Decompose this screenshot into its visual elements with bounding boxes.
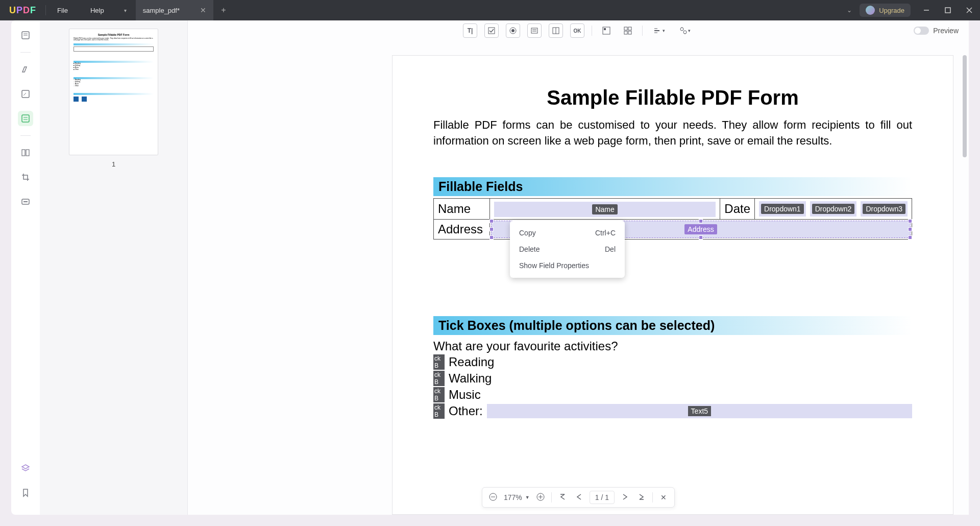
checkbox-badge[interactable]: ck B — [433, 403, 445, 419]
option-label: Other: — [449, 404, 483, 418]
tab-list-dropdown[interactable]: ▾ — [115, 8, 136, 13]
page-thumbnail[interactable]: Sample Fillable PDF Form Fillable PDF fo… — [69, 29, 158, 155]
rail-crop-icon[interactable] — [18, 170, 33, 185]
maximize-button[interactable] — [937, 0, 959, 20]
thumbnail-page-number: 1 — [48, 160, 179, 168]
resize-handle[interactable] — [908, 227, 912, 231]
rail-form-icon[interactable] — [18, 111, 33, 126]
svg-rect-18 — [531, 28, 537, 33]
add-tab-button[interactable]: + — [213, 6, 234, 15]
date-label: Date — [720, 198, 755, 219]
tool-settings[interactable]: ▾ — [675, 23, 694, 38]
minimize-button[interactable] — [916, 0, 937, 20]
maximize-icon — [945, 7, 951, 13]
rail-edit-icon[interactable] — [18, 86, 33, 102]
name-text-field[interactable]: Name — [494, 202, 716, 217]
last-page-button[interactable] — [636, 493, 647, 502]
rail-redact-icon[interactable] — [18, 194, 33, 209]
resize-handle[interactable] — [908, 219, 912, 223]
document-tab[interactable]: sample_pdf* ✕ — [136, 0, 213, 20]
next-page-button[interactable] — [620, 493, 631, 502]
left-rail — [11, 20, 40, 515]
tool-align[interactable]: ▾ — [650, 23, 668, 38]
rail-highlight-icon[interactable] — [18, 62, 33, 77]
upgrade-button[interactable]: Upgrade — [860, 4, 911, 17]
ctx-delete[interactable]: Delete Del — [510, 241, 625, 257]
rail-read-icon[interactable] — [18, 28, 33, 43]
tool-image-field[interactable] — [599, 23, 614, 38]
resize-handle[interactable] — [489, 219, 494, 223]
section-tick-boxes: Tick Boxes (multiple options can be sele… — [433, 316, 912, 335]
minimize-icon — [923, 7, 929, 13]
close-tab-icon[interactable]: ✕ — [200, 6, 206, 14]
close-window-button[interactable] — [959, 0, 980, 20]
page-title: Sample Fillable PDF Form — [433, 86, 912, 109]
pdf-page[interactable]: Sample Fillable PDF Form Fillable PDF fo… — [392, 55, 953, 515]
date-dropdown-3[interactable]: Dropdown3 — [861, 201, 908, 217]
fields-table: Name Name Date Dropdown1 Dropdown2 Dropd… — [433, 198, 912, 240]
name-label: Name — [434, 198, 490, 219]
context-menu: Copy Ctrl+C Delete Del Show Field Proper… — [510, 221, 625, 278]
toolbar-separator — [642, 26, 643, 36]
app-body: Sample Fillable PDF Form Fillable PDF fo… — [11, 20, 969, 515]
tool-dropdown[interactable] — [527, 23, 542, 38]
vertical-scrollbar[interactable] — [963, 55, 967, 157]
ctx-copy[interactable]: Copy Ctrl+C — [510, 225, 625, 241]
option-row: ck B Other: Text5 — [433, 403, 912, 419]
resize-handle[interactable] — [699, 235, 703, 240]
tool-checkbox[interactable] — [484, 23, 499, 38]
app-logo: UPDF — [0, 5, 45, 16]
nav-separator — [652, 492, 653, 503]
upgrade-label: Upgrade — [879, 7, 904, 14]
menu-file[interactable]: File — [46, 7, 79, 14]
date-dropdown-1[interactable]: Dropdown1 — [759, 201, 806, 217]
option-label: Reading — [449, 355, 494, 369]
rail-bookmark-icon[interactable] — [18, 485, 33, 500]
first-page-button[interactable] — [557, 493, 568, 502]
close-nav-button[interactable]: ✕ — [658, 493, 669, 501]
svg-rect-8 — [22, 115, 29, 122]
tool-grid[interactable] — [621, 23, 635, 38]
zoom-out-button[interactable] — [487, 493, 499, 503]
field-tag: Name — [592, 204, 617, 214]
toolbar-separator — [592, 26, 592, 36]
tool-button[interactable]: OK — [570, 23, 584, 38]
rail-layers-icon[interactable] — [18, 461, 33, 476]
tool-textfield[interactable]: T| — [463, 23, 477, 38]
svg-rect-25 — [624, 27, 627, 30]
zoom-in-button[interactable] — [535, 493, 546, 503]
rail-separator — [20, 135, 31, 136]
tab-title: sample_pdf* — [143, 7, 180, 14]
resize-handle[interactable] — [489, 235, 494, 240]
tool-listbox[interactable] — [549, 23, 563, 38]
option-label: Walking — [449, 371, 492, 386]
resize-handle[interactable] — [489, 227, 494, 231]
other-text-field[interactable]: Text5 — [487, 404, 912, 418]
zoom-level[interactable]: 177%▼ — [504, 493, 530, 501]
ctx-show-properties[interactable]: Show Field Properties — [510, 257, 625, 274]
avatar-icon — [866, 6, 875, 15]
resize-handle[interactable] — [699, 219, 703, 223]
prev-page-button[interactable] — [573, 493, 584, 502]
checkbox-badge[interactable]: ck B — [433, 371, 445, 386]
svg-rect-11 — [22, 150, 25, 156]
menu-help[interactable]: Help — [79, 7, 115, 14]
svg-point-17 — [511, 29, 514, 32]
rail-organize-icon[interactable] — [18, 145, 33, 160]
checkbox-badge[interactable]: ck B — [433, 387, 445, 402]
name-field-cell: Name — [490, 198, 720, 219]
page-indicator[interactable]: 1 / 1 — [590, 491, 615, 504]
checkbox-badge[interactable]: ck B — [433, 354, 445, 370]
preview-toggle[interactable]: Preview — [914, 27, 959, 35]
date-dropdown-2[interactable]: Dropdown2 — [810, 201, 857, 217]
page-navigator: 177%▼ 1 / 1 ✕ — [482, 487, 675, 508]
form-toolbar: T| OK ▾ ▾ — [463, 23, 694, 38]
titlebar-dropdown-icon[interactable]: ⌄ — [839, 7, 860, 14]
resize-handle[interactable] — [908, 235, 912, 240]
chevron-down-icon: ▼ — [525, 495, 530, 500]
option-row: ck B Reading — [433, 354, 912, 370]
svg-rect-12 — [26, 150, 29, 156]
tool-radio[interactable] — [506, 23, 520, 38]
option-row: ck B Walking — [433, 371, 912, 386]
svg-rect-7 — [22, 90, 29, 98]
